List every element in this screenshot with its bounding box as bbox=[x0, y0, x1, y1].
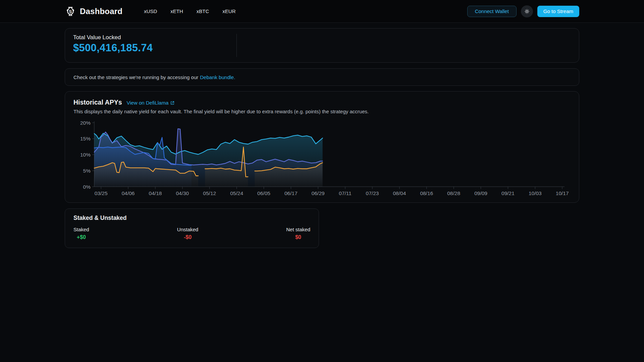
defillama-link[interactable]: View on DefiLlama bbox=[127, 100, 175, 106]
svg-text:0%: 0% bbox=[83, 184, 91, 190]
strategies-banner: Check out the strategies we're running b… bbox=[65, 68, 579, 86]
svg-text:03/25: 03/25 bbox=[95, 190, 108, 196]
historical-apys-title: Historical APYs bbox=[73, 99, 122, 106]
net-staked-label: Net staked bbox=[286, 227, 310, 232]
defillama-link-label: View on DefiLlama bbox=[127, 100, 169, 106]
tvl-value: $500,416,185.74 bbox=[73, 42, 571, 54]
debank-bundle-link[interactable]: Debank bundle. bbox=[200, 74, 235, 80]
svg-text:08/04: 08/04 bbox=[393, 190, 406, 196]
staked-value: +$0 bbox=[77, 234, 86, 240]
page-title: Dashboard bbox=[80, 7, 122, 16]
svg-text:05/24: 05/24 bbox=[230, 190, 243, 196]
apy-chart: 0%5%10%15%20%03/2504/0604/1804/3005/1205… bbox=[73, 118, 571, 198]
amphora-logo-icon: S bbox=[65, 6, 76, 17]
tvl-divider bbox=[236, 34, 237, 57]
svg-text:07/23: 07/23 bbox=[366, 190, 379, 196]
svg-text:08/28: 08/28 bbox=[447, 190, 460, 196]
unstaked-value: -$0 bbox=[184, 234, 192, 240]
svg-text:10/03: 10/03 bbox=[529, 190, 542, 196]
svg-text:08/16: 08/16 bbox=[420, 190, 433, 196]
net-staked-value: $0 bbox=[295, 234, 301, 240]
main-nav: xUSD xETH xBTC xEUR bbox=[130, 8, 235, 14]
nav-xeur[interactable]: xEUR bbox=[222, 8, 235, 14]
svg-text:05/12: 05/12 bbox=[203, 190, 216, 196]
svg-text:04/30: 04/30 bbox=[176, 190, 189, 196]
svg-text:07/11: 07/11 bbox=[339, 190, 352, 196]
svg-text:06/05: 06/05 bbox=[257, 190, 270, 196]
svg-text:20%: 20% bbox=[80, 120, 91, 126]
theme-toggle-button[interactable] bbox=[521, 5, 533, 17]
svg-text:15%: 15% bbox=[80, 136, 91, 141]
nav-xusd[interactable]: xUSD bbox=[144, 8, 157, 14]
staked-label: Staked bbox=[73, 227, 89, 232]
svg-text:04/06: 04/06 bbox=[122, 190, 135, 196]
svg-text:S: S bbox=[69, 9, 72, 14]
net-staked-item: Net staked $0 bbox=[286, 227, 310, 240]
tvl-label: Total Value Locked bbox=[73, 34, 571, 41]
staked-card: Staked & Unstaked Staked +$0 Unstaked -$… bbox=[65, 208, 319, 248]
external-link-icon bbox=[170, 101, 175, 105]
header: S Dashboard xUSD xETH xBTC xEUR Connect … bbox=[0, 0, 644, 23]
historical-apys-description: This displays the daily native yield for… bbox=[73, 109, 571, 114]
svg-text:04/18: 04/18 bbox=[149, 190, 162, 196]
svg-text:06/29: 06/29 bbox=[312, 190, 325, 196]
nav-xbtc[interactable]: xBTC bbox=[197, 8, 209, 14]
svg-text:09/09: 09/09 bbox=[474, 190, 487, 196]
svg-text:5%: 5% bbox=[83, 168, 91, 174]
staked-item: Staked +$0 bbox=[73, 227, 89, 240]
unstaked-label: Unstaked bbox=[177, 227, 198, 232]
unstaked-item: Unstaked -$0 bbox=[177, 227, 198, 240]
staked-card-title: Staked & Unstaked bbox=[73, 215, 310, 222]
go-to-stream-button[interactable]: Go to Stream bbox=[537, 6, 579, 17]
strategies-text: Check out the strategies we're running b… bbox=[73, 74, 198, 80]
tvl-card: Total Value Locked $500,416,185.74 bbox=[65, 28, 579, 63]
svg-text:06/17: 06/17 bbox=[284, 190, 298, 196]
nav-xeth[interactable]: xETH bbox=[170, 8, 183, 14]
svg-text:10%: 10% bbox=[80, 152, 91, 158]
app-logo[interactable]: S bbox=[65, 6, 76, 17]
svg-text:10/17: 10/17 bbox=[556, 190, 569, 196]
connect-wallet-button[interactable]: Connect Wallet bbox=[467, 6, 517, 17]
historical-apys-card: Historical APYs View on DefiLlama This d… bbox=[65, 91, 579, 203]
svg-text:09/21: 09/21 bbox=[501, 190, 515, 196]
sun-icon bbox=[524, 8, 530, 15]
